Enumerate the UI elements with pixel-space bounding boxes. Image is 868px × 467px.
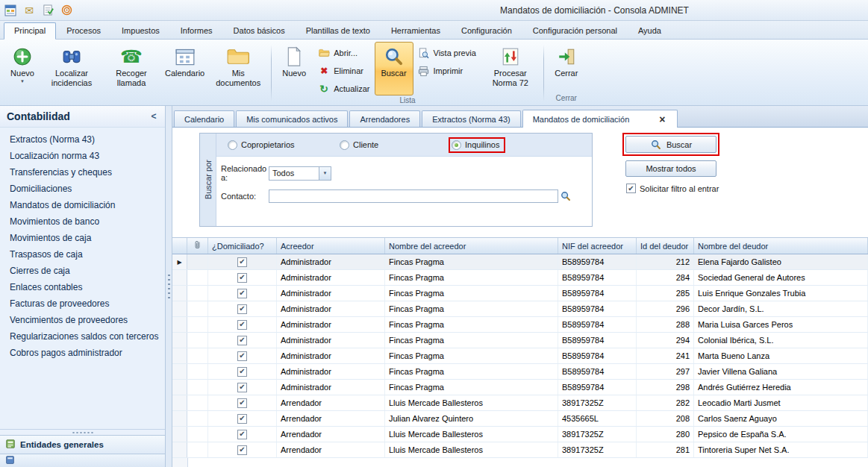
notes-icon[interactable] (40, 2, 56, 19)
sidebar-section-entidades[interactable]: Entidades generales (0, 435, 165, 454)
grid-header-acreedor[interactable]: Acreedor (277, 238, 385, 254)
nuevo-registro-button[interactable]: Nuevo (275, 42, 313, 95)
radio-inquilinos[interactable]: Inquilinos (452, 140, 502, 150)
menu-tab-plantillas-de-texto[interactable]: Plantillas de texto (296, 22, 381, 39)
sidebar-splitter-grip[interactable] (0, 429, 165, 435)
sidebar-item-movimientos-de-banco[interactable]: Movimientos de banco (0, 213, 165, 230)
print-small-buttons: Vista previa Imprimir (413, 42, 481, 95)
app-icon[interactable] (2, 2, 19, 19)
actualizar-button[interactable]: ↻ Actualizar (316, 82, 372, 95)
domiciliado-checkbox[interactable]: ✔ (237, 414, 247, 424)
sidebar-section-partial[interactable] (0, 454, 165, 467)
table-row[interactable]: ▶✔AdministradorFincas PragmaB58959784212… (172, 254, 868, 270)
sidebar-item-facturas-de-proveedores[interactable]: Facturas de proveedores (0, 295, 165, 312)
sidebar-splitter[interactable] (166, 106, 172, 467)
contacto-input[interactable] (269, 189, 558, 203)
mail-icon[interactable]: ✉ (21, 2, 37, 19)
domiciliado-checkbox[interactable]: ✔ (237, 351, 247, 361)
domiciliado-checkbox[interactable]: ✔ (237, 398, 247, 408)
relacionado-dropdown[interactable]: Todos ▼ (269, 166, 331, 181)
document-tab-strip: CalendarioMis comunicados activosArrenda… (172, 106, 868, 128)
grid-header-nombre-deudor[interactable]: Nombre del deudor (694, 238, 868, 254)
table-row[interactable]: ✔ArrendadorLluis Mercade Ballesteros3891… (172, 442, 868, 458)
sidebar-item-regularizaciones-saldos-con-terceros[interactable]: Regularizaciones saldos con terceros (0, 328, 165, 345)
sidebar-item-movimientos-de-caja[interactable]: Movimientos de caja (0, 230, 165, 246)
procesar-norma-72-button[interactable]: Procesar Norma 72 (481, 42, 540, 95)
sidebar-item-domiciliaciones[interactable]: Domiciliaciones (0, 181, 165, 197)
menu-tab-ayuda[interactable]: Ayuda (628, 22, 672, 39)
domiciliado-checkbox[interactable]: ✔ (237, 273, 247, 283)
buscar-button[interactable]: Buscar (625, 136, 716, 153)
eliminar-button[interactable]: ✖ Eliminar (316, 64, 372, 78)
table-row[interactable]: ✔ArrendadorLluis Mercade Ballesteros3891… (172, 395, 868, 411)
mostrar-todos-button[interactable]: Mostrar todos (625, 160, 716, 177)
sidebar-item-vencimientos-de-proveedores[interactable]: Vencimientos de proveedores (0, 312, 165, 328)
domiciliado-checkbox[interactable]: ✔ (237, 445, 247, 455)
vista-previa-button[interactable]: Vista previa (416, 46, 478, 60)
sidebar-item-cierres-de-caja[interactable]: Cierres de caja (0, 263, 165, 279)
calendario-button[interactable]: Calendario (161, 42, 208, 93)
grid-header-id-deudor[interactable]: Id del deudor (637, 238, 694, 254)
table-row[interactable]: ✔AdministradorFincas PragmaB58959784284S… (172, 270, 868, 286)
collapse-chevron-icon[interactable]: < (148, 110, 160, 122)
sidebar-item-mandatos-de-domiciliacion[interactable]: Mandatos de domiciliación (0, 197, 165, 213)
grid-header-nombre-acreedor[interactable]: Nombre del acreedor (385, 238, 558, 254)
tab-arrendadores[interactable]: Arrendadores (349, 110, 420, 127)
table-row[interactable]: ✔ArrendadorJulian Alvarez Quintero453566… (172, 411, 868, 427)
domiciliado-checkbox[interactable]: ✔ (237, 367, 247, 377)
menu-tab-datos-basicos[interactable]: Datos básicos (223, 22, 296, 39)
solicitar-filtro-checkbox[interactable]: ✔ Solicitar filtro al entrar (626, 184, 719, 193)
menu-tab-principal[interactable]: Principal (4, 22, 56, 40)
domiciliado-checkbox[interactable]: ✔ (237, 383, 247, 392)
sidebar-item-traspasos-de-caja[interactable]: Traspasos de caja (0, 246, 165, 263)
table-row[interactable]: ✔AdministradorFincas PragmaB58959784298A… (172, 380, 868, 395)
lista-small-buttons: Abrir... ✖ Eliminar ↻ Actualizar (313, 42, 374, 95)
buscar-ribbon-button[interactable]: Buscar (375, 42, 413, 95)
sidebar-item-enlaces-contables[interactable]: Enlaces contables (0, 279, 165, 295)
domiciliado-checkbox[interactable]: ✔ (237, 304, 247, 314)
sidebar-item-cobros-pagos-administrador[interactable]: Cobros pagos administrador (0, 345, 165, 361)
menu-tab-configuracion-personal[interactable]: Configuración personal (522, 22, 628, 39)
nuevo-button[interactable]: Nuevo ▼ (3, 42, 42, 93)
grid-header-nif[interactable]: NIF del acreedor (558, 238, 637, 254)
cerrar-button[interactable]: Cerrar (547, 42, 586, 93)
domiciliado-checkbox[interactable]: ✔ (237, 336, 247, 345)
annotation-box-buscar: Buscar (622, 133, 719, 156)
tab-mandatos-de-domiciliacion[interactable]: Mandatos de domiciliación× (522, 110, 678, 128)
rings-icon[interactable] (58, 2, 75, 19)
sidebar-item-extractos-norma-43[interactable]: Extractos (Norma 43) (0, 131, 165, 148)
table-row[interactable]: ✔AdministradorFincas PragmaB58959784285L… (172, 286, 868, 301)
abrir-button[interactable]: Abrir... (316, 46, 372, 60)
sidebar-item-transferencias-y-cheques[interactable]: Transferencias y cheques (0, 164, 165, 181)
tab-mis-comunicados-activos[interactable]: Mis comunicados activos (236, 110, 348, 127)
radio-cliente[interactable]: Cliente (340, 140, 452, 150)
menu-tab-impuestos[interactable]: Impuestos (111, 22, 170, 39)
imprimir-button[interactable]: Imprimir (416, 64, 478, 78)
tab-close-icon[interactable]: × (658, 114, 666, 125)
radio-copropietarios[interactable]: Copropietarios (228, 140, 340, 150)
menu-tab-configuracion[interactable]: Configuración (451, 22, 522, 39)
table-row[interactable]: ✔AdministradorFincas PragmaB58959784294C… (172, 333, 868, 348)
domiciliado-checkbox[interactable]: ✔ (237, 320, 247, 330)
menu-tab-procesos[interactable]: Procesos (56, 22, 111, 39)
table-row[interactable]: ✔ArrendadorLluis Mercade Ballesteros3891… (172, 427, 868, 442)
table-row[interactable]: ✔AdministradorFincas PragmaB58959784241M… (172, 348, 868, 364)
tab-calendario[interactable]: Calendario (174, 110, 234, 127)
domiciliado-checkbox[interactable]: ✔ (237, 289, 247, 298)
grid-header-domiciliado[interactable]: ¿Domiciliado? (208, 238, 277, 254)
table-row[interactable]: ✔AdministradorFincas PragmaB58959784296D… (172, 301, 868, 317)
table-row[interactable]: ✔AdministradorFincas PragmaB58959784297J… (172, 364, 868, 380)
dropdown-button[interactable]: ▼ (319, 167, 331, 180)
lookup-icon[interactable] (561, 191, 571, 201)
domiciliado-checkbox[interactable]: ✔ (237, 257, 247, 267)
grid-header-attachment[interactable] (187, 238, 208, 254)
table-row[interactable]: ✔AdministradorFincas PragmaB58959784288M… (172, 317, 868, 333)
menu-tab-herramientas[interactable]: Herramientas (381, 22, 451, 39)
menu-tab-informes[interactable]: Informes (170, 22, 223, 39)
mis-documentos-button[interactable]: Mis documentos (208, 42, 268, 93)
domiciliado-checkbox[interactable]: ✔ (237, 430, 247, 439)
localizar-incidencias-button[interactable]: Localizar incidencias (42, 42, 102, 93)
tab-extractos-norma-43[interactable]: Extractos (Norma 43) (422, 110, 521, 127)
recoger-llamada-button[interactable]: ☎ Recoger llamada (102, 42, 161, 93)
sidebar-item-localizacion-norma-43[interactable]: Localización norma 43 (0, 148, 165, 164)
